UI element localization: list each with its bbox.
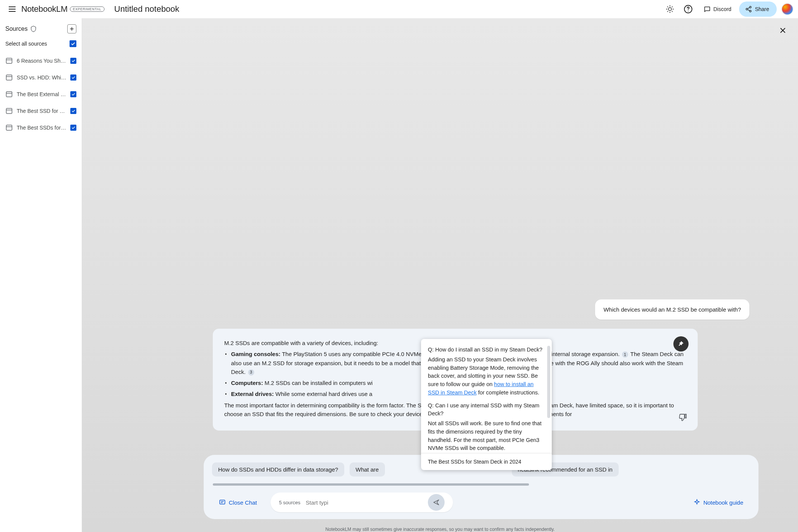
source-checkbox[interactable] [70, 74, 76, 81]
plus-icon [69, 26, 75, 32]
svg-rect-7 [6, 92, 12, 97]
source-item[interactable]: The Best SSDs for Ste... [5, 119, 76, 136]
web-source-icon [5, 107, 13, 115]
svg-rect-6 [6, 75, 12, 80]
source-label: The Best SSDs for Ste... [17, 125, 66, 131]
send-icon [432, 499, 440, 506]
send-button[interactable] [428, 494, 445, 511]
guide-label: Notebook guide [703, 499, 743, 506]
hamburger-icon [8, 5, 17, 14]
avatar[interactable] [781, 3, 793, 15]
menu-button[interactable] [5, 2, 20, 17]
settings-button[interactable] [662, 2, 678, 17]
close-panel-button[interactable] [775, 23, 790, 38]
source-item[interactable]: The Best SSD for PS5 ... [5, 103, 76, 119]
share-icon [745, 6, 752, 13]
close-icon [778, 26, 787, 35]
svg-point-2 [749, 6, 751, 8]
chat-icon [219, 499, 226, 506]
popup-source-title: The Best SSDs for Steam Deck in 2024 [421, 453, 552, 470]
help-button[interactable] [681, 2, 696, 17]
source-item[interactable]: 6 Reasons You Should... [5, 52, 76, 69]
notebook-title[interactable]: Untitled notebook [114, 4, 179, 14]
popup-q1: Q: How do I install an SSD in my Steam D… [428, 346, 545, 354]
source-label: 6 Reasons You Should... [17, 58, 66, 64]
user-message: Which devices would an M.2 SSD be compat… [595, 299, 749, 320]
notebook-guide-button[interactable]: Notebook guide [687, 495, 750, 510]
shield-icon [30, 25, 37, 32]
svg-rect-5 [6, 58, 12, 63]
web-source-icon [5, 74, 13, 81]
chat-input-container: 5 sources [271, 492, 453, 512]
app-logo: NotebookLM [21, 4, 68, 14]
pin-button[interactable] [673, 336, 689, 352]
source-label: SSD vs. HDD: Which S... [17, 74, 66, 81]
chat-input[interactable] [306, 499, 421, 506]
close-chat-button[interactable]: Close Chat [212, 495, 264, 510]
pin-icon [678, 340, 684, 347]
source-item[interactable]: SSD vs. HDD: Which S... [5, 69, 76, 86]
popup-a2: Not all SSDs will work. Be sure to find … [428, 420, 545, 453]
citation-3[interactable]: 3 [248, 369, 254, 375]
discord-icon [703, 5, 711, 13]
discord-button[interactable]: Discord [699, 2, 736, 17]
svg-rect-9 [6, 125, 12, 130]
share-label: Share [755, 6, 769, 12]
sparkle-icon [694, 499, 700, 506]
svg-point-0 [668, 8, 671, 11]
sources-sidebar: Sources Select all sources 6 Reasons You… [0, 18, 82, 532]
source-label: The Best External Har... [17, 91, 66, 97]
share-button[interactable]: Share [739, 2, 777, 17]
citation-popup: Q: How do I install an SSD in my Steam D… [421, 339, 552, 470]
experimental-badge: EXPERIMENTAL [70, 6, 104, 12]
check-icon [70, 41, 76, 46]
close-chat-label: Close Chat [229, 499, 257, 506]
popup-a1: Adding an SSD to your Steam Deck involve… [428, 356, 545, 397]
select-all-checkbox[interactable] [70, 40, 76, 47]
suggestion-chip[interactable]: What are [350, 462, 385, 477]
suggestion-chip[interactable]: How do SSDs and HDDs differ in data stor… [212, 462, 344, 477]
discord-label: Discord [713, 6, 731, 12]
select-all-sources[interactable]: Select all sources [5, 39, 76, 49]
web-source-icon [5, 90, 13, 98]
thumbs-down-icon [679, 413, 688, 422]
source-count: 5 sources [279, 500, 300, 505]
thumbs-down-button[interactable] [679, 413, 688, 422]
citation-1[interactable]: 1 [622, 352, 628, 358]
web-source-icon [5, 57, 13, 65]
svg-rect-8 [6, 108, 12, 113]
sidebar-title: Sources [5, 25, 28, 32]
source-checkbox[interactable] [70, 91, 76, 97]
web-source-icon [5, 124, 13, 131]
svg-rect-10 [220, 500, 225, 504]
source-label: The Best SSD for PS5 ... [17, 108, 66, 114]
help-icon [684, 5, 693, 14]
chip-scrollbar[interactable] [213, 483, 529, 486]
source-checkbox[interactable] [70, 108, 76, 114]
sparkle-gear-icon [665, 5, 674, 14]
select-all-label: Select all sources [5, 41, 47, 47]
source-checkbox[interactable] [70, 125, 76, 131]
svg-point-4 [749, 10, 751, 12]
popup-scrollbar[interactable] [547, 346, 550, 418]
add-source-button[interactable] [67, 24, 76, 33]
popup-q2: Q: Can I use any internal SSD with my St… [428, 402, 545, 418]
source-item[interactable]: The Best External Har... [5, 86, 76, 103]
source-checkbox[interactable] [70, 58, 76, 64]
disclaimer-text: NotebookLM may still sometimes give inac… [82, 527, 798, 532]
svg-point-3 [746, 8, 748, 10]
